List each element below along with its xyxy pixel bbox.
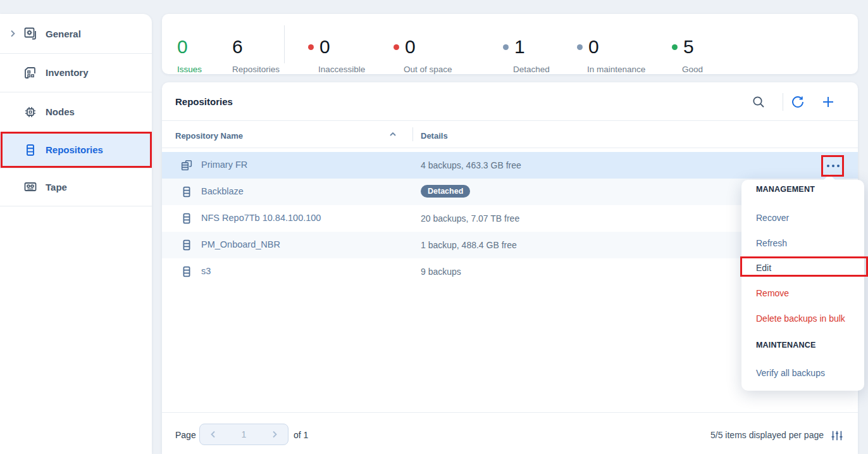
- next-page-icon[interactable]: [270, 429, 280, 439]
- menu-item-edit[interactable]: Edit: [756, 263, 857, 273]
- stat-in-maintenance: 0 In maintenance: [577, 37, 645, 74]
- search-icon[interactable]: [751, 94, 766, 110]
- stat-detached: 1 Detached: [503, 37, 550, 74]
- stat-label: In maintenance: [587, 65, 645, 74]
- repository-name: PM_Onboard_NBR: [201, 239, 280, 249]
- ellipsis-dot: [832, 165, 834, 167]
- panel-title: Repositories: [175, 96, 233, 107]
- stats-divider: [284, 25, 285, 63]
- page-of-label: of 1: [294, 430, 308, 440]
- ellipsis-dot: [827, 165, 829, 167]
- previous-page-icon[interactable]: [208, 429, 218, 439]
- menu-section-management: MANAGEMENT: [756, 185, 815, 194]
- repository-name: Primary FR: [201, 160, 247, 170]
- repository-context-menu: MANAGEMENT Recover Refresh Edit Remove D…: [741, 180, 864, 391]
- stat-label: Repositories: [232, 65, 280, 74]
- status-dot-red: [394, 44, 399, 50]
- inventory-icon: [23, 65, 38, 80]
- detached-status-badge: Detached: [421, 185, 470, 198]
- status-dot-gray: [577, 44, 583, 50]
- stat-value: 6: [232, 37, 280, 57]
- header-divider: [162, 120, 858, 121]
- repository-name: NFS Repo7Tb 10.84.100.100: [201, 213, 321, 223]
- column-header-underline: [162, 148, 858, 148]
- page-label: Page: [175, 430, 196, 440]
- footer-divider: [162, 412, 858, 413]
- repository-details: 9 backups: [421, 267, 461, 277]
- sidebar-item-label: Inventory: [46, 67, 89, 78]
- stat-label: Out of space: [404, 65, 452, 74]
- menu-item-recover[interactable]: Recover: [756, 213, 857, 223]
- menu-item-remove[interactable]: Remove: [756, 288, 857, 298]
- stat-repositories-total: 6 Repositories: [232, 37, 280, 74]
- column-header-name[interactable]: Repository Name: [175, 131, 243, 141]
- items-per-page-text: 5/5 items displayed per page: [710, 430, 824, 440]
- stat-label: Issues: [177, 65, 202, 74]
- repository-details: 4 backups, 463.3 GB free: [421, 160, 521, 170]
- ellipsis-dot: [837, 165, 840, 167]
- status-summary-bar: 0 Issues 6 Repositories 0 Inaccessible 0…: [162, 14, 858, 74]
- sidebar-item-general[interactable]: General: [0, 14, 152, 54]
- repository-icon: [180, 185, 194, 199]
- general-settings-icon: [23, 26, 38, 41]
- add-repository-icon[interactable]: [821, 94, 836, 110]
- sidebar-item-tape[interactable]: Tape: [0, 168, 152, 206]
- column-header-details[interactable]: Details: [421, 131, 448, 141]
- stat-issues: 0 Issues: [177, 37, 202, 74]
- nodes-icon: [23, 104, 38, 120]
- sidebar-item-label: Tape: [46, 182, 67, 192]
- chevron-right-icon[interactable]: [8, 28, 18, 39]
- status-dot-green: [672, 44, 678, 50]
- repository-details: 1 backup, 488.4 GB free: [421, 240, 517, 250]
- repository-name: Backblaze: [201, 186, 244, 196]
- items-per-page-settings-icon[interactable]: [830, 429, 844, 443]
- stat-value: 0: [588, 37, 599, 57]
- menu-section-maintenance: MAINTENANCE: [756, 341, 816, 350]
- stat-value: 5: [683, 37, 694, 57]
- status-dot-red: [308, 44, 314, 50]
- stat-out-of-space: 0 Out of space: [394, 37, 452, 74]
- stat-inaccessible: 0 Inaccessible: [308, 37, 365, 74]
- table-row-primary-fr[interactable]: Primary FR 4 backups, 463.3 GB free: [162, 152, 858, 179]
- repositories-icon: [23, 142, 38, 158]
- repository-name: s3: [201, 266, 211, 276]
- menu-item-verify-all-backups[interactable]: Verify all backups: [756, 368, 857, 378]
- stat-value: 0: [319, 37, 330, 57]
- stat-value: 1: [514, 37, 525, 57]
- scale-out-repository-icon: [180, 158, 194, 172]
- stat-value: 0: [177, 37, 202, 57]
- page-number-input[interactable]: 1: [242, 429, 247, 439]
- column-divider: [412, 127, 413, 141]
- stat-label: Detached: [513, 65, 550, 74]
- sidebar-item-label: General: [46, 28, 81, 39]
- menu-item-refresh[interactable]: Refresh: [756, 238, 857, 248]
- status-dot-gray: [503, 44, 509, 50]
- sort-ascending-icon[interactable]: [388, 129, 398, 139]
- stat-label: Inaccessible: [318, 65, 365, 74]
- sidebar-item-inventory[interactable]: Inventory: [0, 53, 152, 92]
- sidebar: General Inventory Nodes: [0, 14, 152, 454]
- refresh-icon[interactable]: [790, 94, 805, 110]
- page-navigator: 1: [199, 424, 288, 445]
- toolbar-divider: [783, 93, 783, 111]
- row-actions-ellipsis-button[interactable]: [824, 158, 843, 174]
- repository-icon: [180, 238, 194, 252]
- tape-icon: [23, 179, 38, 194]
- stat-value: 0: [405, 37, 416, 57]
- repository-icon: [180, 265, 194, 279]
- backup-console: General Inventory Nodes: [0, 0, 868, 454]
- sidebar-item-label: Nodes: [46, 106, 75, 117]
- repository-icon: [180, 211, 194, 225]
- sidebar-item-label: Repositories: [46, 144, 103, 155]
- sidebar-item-repositories[interactable]: Repositories: [0, 132, 152, 168]
- sidebar-item-nodes[interactable]: Nodes: [0, 92, 152, 132]
- stat-label: Good: [682, 65, 703, 74]
- repository-details: 20 backups, 7.07 TB free: [421, 213, 519, 224]
- menu-item-delete-backups-in-bulk[interactable]: Delete backups in bulk: [756, 313, 857, 324]
- stat-good: 5 Good: [672, 37, 703, 74]
